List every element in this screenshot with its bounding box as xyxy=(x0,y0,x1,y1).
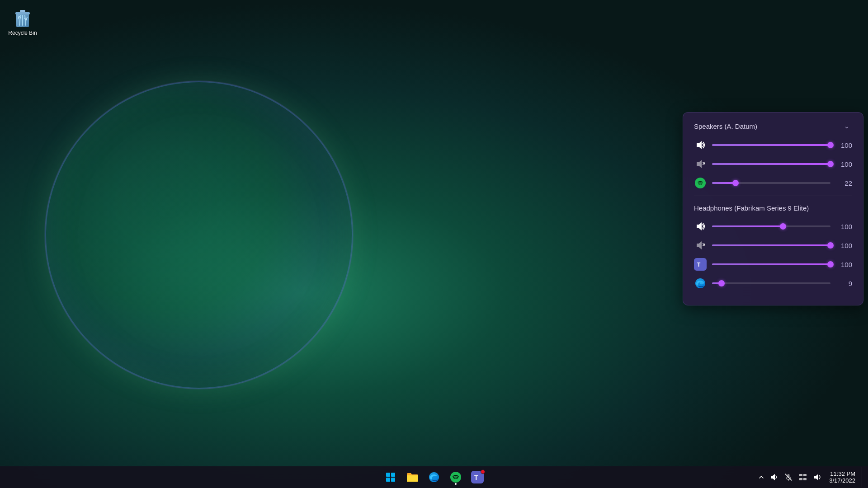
headphones-section-header: Headphones (Fabrikam Series 9 Elite) xyxy=(694,204,852,212)
taskbar: T xyxy=(0,466,868,488)
mic-tray-icon[interactable] xyxy=(783,472,794,483)
headphones-mute-icon-slot[interactable] xyxy=(694,239,707,252)
folder-icon xyxy=(406,472,418,482)
file-explorer-button[interactable] xyxy=(402,467,422,487)
svg-marker-8 xyxy=(697,160,702,168)
edge-icon-slot[interactable] xyxy=(694,277,707,290)
svg-rect-31 xyxy=(803,478,807,480)
headphones-edge-value: 9 xyxy=(836,280,852,287)
show-desktop-button[interactable] xyxy=(862,467,864,487)
teams-taskbar-button[interactable]: T xyxy=(467,467,487,487)
speaker-mute-icon xyxy=(695,159,705,169)
speakers-master-value: 100 xyxy=(836,141,852,149)
taskbar-center: T xyxy=(381,467,487,487)
headphones-mute-icon xyxy=(695,240,705,250)
svg-text:T: T xyxy=(474,474,478,481)
speakers-title: Speakers (A. Datum) xyxy=(694,122,757,130)
clock-display[interactable]: 11:32 PM 3/17/2022 xyxy=(826,469,858,485)
headphones-teams-slider[interactable] xyxy=(712,263,830,265)
headphones-master-row: 100 xyxy=(694,220,852,233)
svg-rect-18 xyxy=(386,473,390,477)
headphones-edge-slider[interactable] xyxy=(712,282,830,284)
teams-icon: T xyxy=(694,258,707,271)
recycle-bin-icon[interactable]: Recycle Bin xyxy=(5,5,41,39)
svg-rect-29 xyxy=(803,474,807,476)
teams-taskbar-icon: T xyxy=(471,471,484,483)
wallpaper-orb xyxy=(45,81,353,389)
recycle-bin-svg xyxy=(12,6,33,28)
speaker-master-icon-slot[interactable] xyxy=(694,139,707,151)
headphones-master-value: 100 xyxy=(836,223,852,230)
headphones-edge-row: 9 xyxy=(694,277,852,290)
volume-mixer-panel: Speakers (A. Datum) ⌄ 100 xyxy=(683,112,863,305)
speakers-master-slider[interactable] xyxy=(712,144,830,146)
headphones-speaker-on-icon xyxy=(695,221,705,231)
speakers-master-row: 100 xyxy=(694,139,852,151)
svg-rect-3 xyxy=(20,10,25,12)
windows-logo-icon xyxy=(386,472,396,482)
headphones-title: Headphones (Fabrikam Series 9 Elite) xyxy=(694,204,809,212)
headphones-mute-slider[interactable] xyxy=(712,244,830,246)
speakers-spotify-slider[interactable] xyxy=(712,182,830,184)
teams-icon-slot[interactable]: T xyxy=(694,258,707,271)
start-button[interactable] xyxy=(381,467,401,487)
virtual-desktop-tray-icon[interactable] xyxy=(797,472,808,483)
headphones-teams-row: T 100 xyxy=(694,258,852,271)
svg-marker-32 xyxy=(814,474,818,480)
edge-icon xyxy=(694,277,707,290)
speakers-spotify-row: 22 xyxy=(694,177,852,189)
svg-rect-19 xyxy=(391,473,395,477)
speaker-on-icon xyxy=(695,140,705,150)
svg-text:T: T xyxy=(697,262,701,268)
speakers-mute-value: 100 xyxy=(836,160,852,168)
spotify-active-dot xyxy=(455,483,457,485)
teams-notification-badge xyxy=(481,469,485,474)
speakers-section-header: Speakers (A. Datum) ⌄ xyxy=(694,122,852,131)
svg-marker-7 xyxy=(697,141,702,149)
headphones-teams-value: 100 xyxy=(836,261,852,268)
headphones-master-icon-slot[interactable] xyxy=(694,220,707,233)
speakers-collapse-button[interactable]: ⌄ xyxy=(841,122,852,131)
speaker-mute-icon-slot[interactable] xyxy=(694,158,707,170)
spotify-taskbar-button[interactable] xyxy=(446,467,466,487)
volume-tray-icon[interactable] xyxy=(769,472,779,483)
tray-expand-button[interactable] xyxy=(758,474,765,481)
headphones-mute-value: 100 xyxy=(836,242,852,249)
svg-rect-21 xyxy=(391,478,395,482)
svg-rect-20 xyxy=(386,478,390,482)
svg-rect-30 xyxy=(799,478,802,480)
taskbar-right: 11:32 PM 3/17/2022 xyxy=(758,467,868,487)
headphones-mute-row: 100 xyxy=(694,239,852,252)
svg-rect-28 xyxy=(799,474,802,476)
spotify-icon xyxy=(695,178,706,188)
svg-marker-11 xyxy=(697,222,702,230)
speakers-spotify-value: 22 xyxy=(836,179,852,187)
svg-rect-2 xyxy=(15,12,30,14)
speakers-mute-slider[interactable] xyxy=(712,163,830,165)
spotify-icon-slot[interactable] xyxy=(694,177,707,189)
headphones-master-slider[interactable] xyxy=(712,225,830,227)
spotify-taskbar-icon xyxy=(450,472,461,483)
speakers-mute-row: 100 xyxy=(694,158,852,170)
edge-taskbar-button[interactable] xyxy=(424,467,444,487)
clock-time: 11:32 PM xyxy=(830,470,855,477)
edge-taskbar-icon xyxy=(428,471,440,483)
clock-date: 3/17/2022 xyxy=(829,477,855,484)
svg-marker-24 xyxy=(771,474,775,480)
svg-marker-12 xyxy=(697,241,702,249)
section-divider xyxy=(694,196,852,196)
recycle-bin-label: Recycle Bin xyxy=(8,30,37,37)
speaker-tray-icon[interactable] xyxy=(812,472,823,483)
